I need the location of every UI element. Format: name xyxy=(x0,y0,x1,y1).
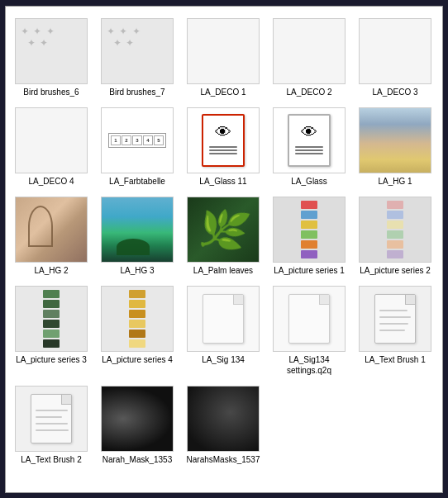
thumb-lahg2 xyxy=(15,197,88,263)
item-label: LA_HG 3 xyxy=(120,265,154,276)
item-label: LA_picture series 1 xyxy=(274,265,345,276)
thumb-lasig134 xyxy=(187,286,260,352)
list-item[interactable]: 👁LA_Glass xyxy=(269,107,349,187)
thumb-latext2 xyxy=(15,386,88,452)
list-item[interactable]: LA_picture series 3 xyxy=(12,286,91,376)
thumb-laglass: 👁 xyxy=(273,107,346,173)
list-item[interactable]: LA_Sig 134 xyxy=(183,286,263,376)
item-label: LA_HG 2 xyxy=(34,265,68,276)
list-item[interactable]: 👁LA_Glass 11 xyxy=(183,107,263,187)
item-label: LA_Text Brush 2 xyxy=(21,454,81,465)
thumb-lapic4 xyxy=(101,286,174,352)
item-label: LA_picture series 2 xyxy=(360,265,431,276)
thumb-ladeco4 xyxy=(15,107,88,173)
thumb-lapalm: 🌿 xyxy=(187,197,260,263)
thumb-ladeco2 xyxy=(273,18,346,84)
list-item[interactable]: LA_picture series 4 xyxy=(98,286,177,376)
thumb-naramask135 xyxy=(101,386,174,452)
item-label: NarahsMasks_1537 xyxy=(187,454,260,465)
list-item[interactable]: LA_HG 3 xyxy=(98,197,177,276)
list-item[interactable]: LA_Sig134 settings.q2q xyxy=(269,286,349,376)
list-item[interactable]: LA_DECO 1 xyxy=(183,18,263,97)
thumb-lapic3 xyxy=(15,286,88,352)
thumb-latext1 xyxy=(359,286,431,352)
thumb-lahg3 xyxy=(101,197,174,263)
item-label: LA_HG 1 xyxy=(378,176,412,187)
item-label: Bird brushes_7 xyxy=(109,87,164,97)
item-label: LA_Farbtabelle xyxy=(109,176,165,187)
list-item[interactable]: LA_Text Brush 2 xyxy=(12,386,91,465)
list-item[interactable]: Narah_Mask_1353 xyxy=(98,386,177,465)
item-label: Narah_Mask_1353 xyxy=(102,454,173,465)
list-item[interactable]: LA_HG 1 xyxy=(355,107,435,187)
list-item[interactable]: LA_DECO 4 xyxy=(12,107,91,187)
item-label: LA_Text Brush 1 xyxy=(365,354,425,365)
thumb-bird7: ✦ ✦ ✦✦ ✦ xyxy=(101,18,174,84)
item-label: LA_picture series 4 xyxy=(102,354,173,365)
thumb-lapic1 xyxy=(273,197,346,263)
list-item[interactable]: ✦ ✦ ✦✦ ✦Bird brushes_7 xyxy=(98,18,177,97)
thumb-ladeco1 xyxy=(187,18,260,84)
thumb-laglass11: 👁 xyxy=(187,107,260,173)
item-label: LA_DECO 2 xyxy=(286,87,331,97)
list-item[interactable]: LA_DECO 3 xyxy=(355,18,435,97)
thumb-naramask1537 xyxy=(187,386,260,452)
item-label: LA_DECO 4 xyxy=(28,176,74,187)
list-item[interactable]: NarahsMasks_1537 xyxy=(183,386,263,465)
list-item[interactable]: LA_HG 2 xyxy=(12,197,91,276)
list-item[interactable]: LA_picture series 2 xyxy=(355,197,435,276)
thumb-ladeco3 xyxy=(359,18,431,84)
file-grid: ✦ ✦ ✦✦ ✦Bird brushes_6✦ ✦ ✦✦ ✦Bird brush… xyxy=(6,7,442,477)
item-label: LA_picture series 3 xyxy=(16,354,87,365)
item-label: LA_Palm leaves xyxy=(193,265,253,276)
list-item[interactable]: ✦ ✦ ✦✦ ✦Bird brushes_6 xyxy=(12,18,91,97)
list-item[interactable]: LA_DECO 2 xyxy=(269,18,349,97)
item-label: LA_Sig 134 xyxy=(202,354,245,365)
list-item[interactable]: 🌿LA_Palm leaves xyxy=(183,197,263,276)
thumb-lafarb: 12345 xyxy=(101,107,174,173)
thumb-lapic2 xyxy=(359,197,431,263)
file-browser-window[interactable]: ✦ ✦ ✦✦ ✦Bird brushes_6✦ ✦ ✦✦ ✦Bird brush… xyxy=(5,6,443,493)
list-item[interactable]: LA_Text Brush 1 xyxy=(355,286,435,376)
item-label: LA_Glass xyxy=(291,176,326,187)
list-item[interactable]: LA_picture series 1 xyxy=(269,197,349,276)
item-label: Bird brushes_6 xyxy=(23,87,79,97)
item-label: LA_DECO 1 xyxy=(200,87,245,97)
item-label: LA_Glass 11 xyxy=(199,176,246,187)
thumb-bird6: ✦ ✦ ✦✦ ✦ xyxy=(15,18,88,84)
thumb-lasig134s xyxy=(273,286,346,352)
item-label: LA_DECO 3 xyxy=(372,87,417,97)
thumb-lahg1 xyxy=(359,107,431,173)
item-label: LA_Sig134 settings.q2q xyxy=(269,354,349,376)
list-item[interactable]: 12345LA_Farbtabelle xyxy=(98,107,177,187)
